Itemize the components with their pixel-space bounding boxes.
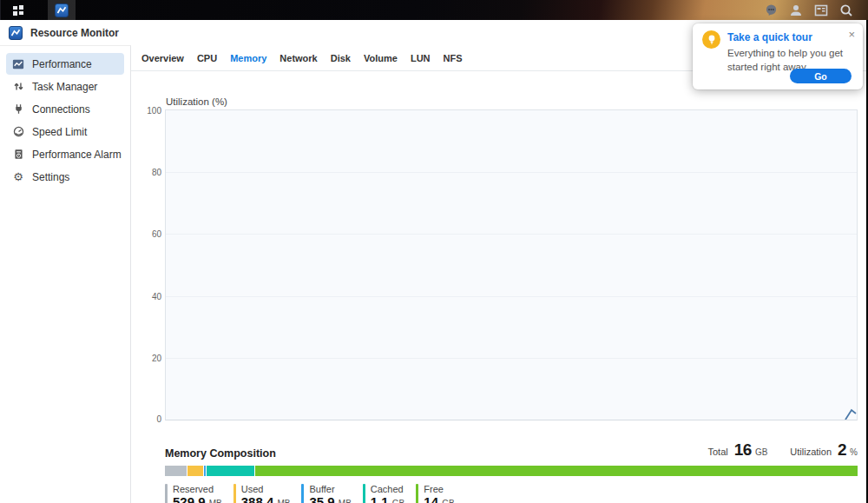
desktop-screen: Resource Monitor Performance Task Manage… <box>0 0 868 503</box>
legend-value: 35.9 <box>309 494 334 503</box>
legend-unit: GB <box>442 499 454 503</box>
memory-legend: Reserved 529.9 MB Used 388.4 MB <box>165 484 858 503</box>
window-title: Resource Monitor <box>30 27 119 39</box>
tab-memory[interactable]: Memory <box>230 53 266 63</box>
total-value: 16 <box>734 440 752 460</box>
bar-segment-reserved <box>165 466 187 476</box>
legend-marker <box>233 484 236 503</box>
performance-chart-icon <box>11 58 25 70</box>
legend-label: Cached <box>371 484 404 494</box>
sidebar-item-label: Task Manager <box>32 81 97 93</box>
sidebar-item-label: Connections <box>32 103 90 116</box>
total-unit: GB <box>755 447 767 457</box>
plug-icon <box>11 103 25 115</box>
sidebar-item-label: Speed Limit <box>32 126 87 138</box>
bar-segment-cached <box>207 466 253 476</box>
sidebar-item-performance-alarm[interactable]: Performance Alarm <box>6 143 124 165</box>
tab-network[interactable]: Network <box>279 53 317 63</box>
resource-monitor-window: Resource Monitor Performance Task Manage… <box>0 20 866 503</box>
bar-segment-used <box>187 466 203 476</box>
sidebar-item-performance[interactable]: Performance <box>6 53 124 75</box>
utilization-label: Utilization <box>790 447 832 457</box>
utilization-value: 2 <box>838 440 846 460</box>
memory-utilization-chart: Utilization (%) 100 80 60 40 20 0 <box>131 71 866 420</box>
sort-arrows-icon <box>11 81 25 92</box>
tour-title: Take a quick tour <box>727 31 854 43</box>
utilization-line <box>843 408 857 420</box>
legend-label: Used <box>241 484 291 494</box>
gridline-40 <box>166 296 857 297</box>
search-icon[interactable] <box>838 3 854 18</box>
taskbar <box>0 0 868 20</box>
sidebar-item-connections[interactable]: Connections <box>6 98 124 120</box>
memory-composition-section: Memory Composition Total 16 GB Utilizati… <box>131 420 866 503</box>
memory-stats: Total 16 GB Utilization 2 % <box>707 440 858 460</box>
legend-unit: MB <box>339 499 352 503</box>
main-menu-button[interactable] <box>1 0 36 20</box>
main-content: Overview CPU Memory Network Disk Volume … <box>131 45 866 503</box>
main-menu-icon <box>11 3 25 17</box>
legend-marker <box>301 484 304 503</box>
quick-tour-popup: Take a quick tour × Everything to help y… <box>693 23 863 89</box>
legend-marker <box>165 484 168 503</box>
ytick-100: 100 <box>138 106 161 116</box>
chart-plot-area: 100 80 60 40 20 0 <box>165 109 858 420</box>
tab-lun[interactable]: LUN <box>411 53 431 63</box>
legend-value: 1.1 <box>371 494 389 503</box>
gauge-icon <box>11 126 25 137</box>
ytick-0: 0 <box>138 414 161 424</box>
legend-item-free: Free 14 GB <box>416 484 454 503</box>
sidebar-item-speed-limit[interactable]: Speed Limit <box>6 121 124 142</box>
chat-icon[interactable] <box>763 3 779 18</box>
taskbar-app-resource-monitor[interactable] <box>48 0 76 20</box>
legend-marker <box>363 484 365 503</box>
legend-marker <box>416 484 418 503</box>
sidebar-item-label: Performance Alarm <box>32 149 122 161</box>
sidebar-item-settings[interactable]: ⚙ Settings <box>6 166 124 188</box>
resource-monitor-taskbar-icon <box>55 3 69 17</box>
gridline-20 <box>166 358 857 359</box>
utilization-unit: % <box>850 447 858 457</box>
legend-unit: MB <box>277 499 290 503</box>
gridline-80 <box>166 172 857 173</box>
legend-unit: MB <box>209 499 222 503</box>
tab-disk[interactable]: Disk <box>331 53 351 63</box>
tab-overview[interactable]: Overview <box>141 53 184 63</box>
lightbulb-icon <box>702 30 720 49</box>
legend-label: Buffer <box>309 484 351 494</box>
memory-composition-bar <box>165 466 858 476</box>
sidebar: Performance Task Manager Connections <box>0 45 131 503</box>
ytick-80: 80 <box>138 168 161 177</box>
legend-item-reserved: Reserved 529.9 MB <box>165 484 222 503</box>
tab-cpu[interactable]: CPU <box>197 53 217 63</box>
legend-item-used: Used 388.4 MB <box>233 484 291 503</box>
total-label: Total <box>707 447 727 457</box>
legend-value: 14 <box>424 494 438 503</box>
legend-value: 388.4 <box>241 494 274 503</box>
memory-composition-title: Memory Composition <box>165 447 276 460</box>
sidebar-item-label: Settings <box>32 171 69 183</box>
sidebar-item-task-manager[interactable]: Task Manager <box>6 76 124 97</box>
taskbar-right <box>763 3 868 18</box>
legend-label: Reserved <box>173 484 222 494</box>
legend-value: 529.9 <box>173 494 206 503</box>
bar-segment-buffer <box>204 466 206 476</box>
sidebar-item-label: Performance <box>32 58 92 70</box>
chart-title: Utilization (%) <box>166 96 858 107</box>
alarm-report-icon <box>11 149 25 160</box>
close-icon[interactable]: × <box>848 29 855 40</box>
user-icon[interactable] <box>788 3 804 18</box>
widgets-icon[interactable] <box>813 3 829 18</box>
ytick-60: 60 <box>138 229 161 239</box>
gear-icon: ⚙ <box>11 171 25 182</box>
ytick-20: 20 <box>138 354 161 363</box>
legend-unit: GB <box>392 499 404 503</box>
legend-item-buffer: Buffer 35.9 MB <box>301 484 351 503</box>
bar-segment-free <box>255 466 858 476</box>
go-button[interactable]: Go <box>790 69 852 83</box>
gridline-60 <box>166 234 857 235</box>
legend-label: Free <box>424 484 454 494</box>
taskbar-left <box>0 0 76 20</box>
tab-nfs[interactable]: NFS <box>444 53 463 63</box>
tab-volume[interactable]: Volume <box>364 53 398 63</box>
